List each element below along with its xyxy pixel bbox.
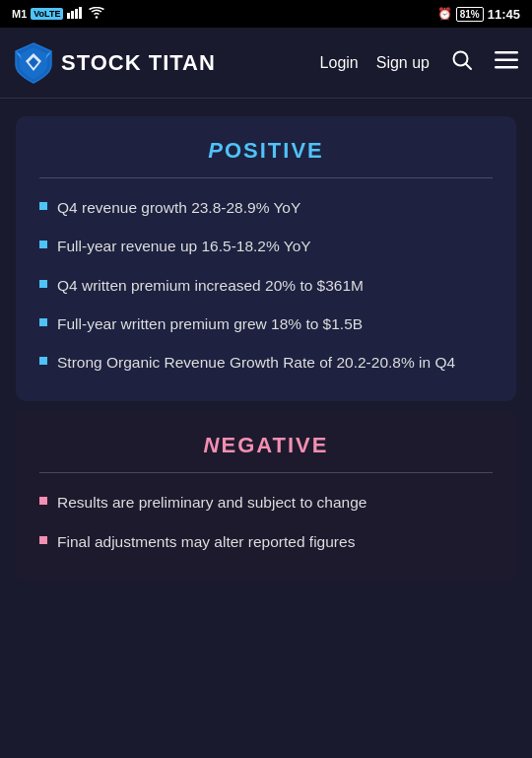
logo-area: STOCK TITAN <box>14 41 320 85</box>
list-item: Full-year written premium grew 18% to $1… <box>39 312 493 335</box>
svg-rect-9 <box>495 66 518 69</box>
svg-rect-8 <box>495 59 518 62</box>
list-item-text: Full-year written premium grew 18% to $1… <box>57 312 363 335</box>
logo-text: STOCK TITAN <box>61 50 216 76</box>
status-bar: M1 VoLTE ⏰ 81% 11:45 <box>0 0 532 28</box>
positive-section: PPositiveositive Q4 revenue growth 23.8-… <box>16 116 516 401</box>
list-item: Q4 written premium increased 20% to $361… <box>39 274 493 297</box>
svg-rect-1 <box>71 11 74 19</box>
bullet-icon <box>39 357 47 365</box>
negative-divider <box>39 472 493 473</box>
positive-title: PPositiveositive <box>39 138 493 164</box>
positive-list: Q4 revenue growth 23.8-28.9% YoY Full-ye… <box>39 196 493 374</box>
bullet-icon <box>39 318 47 326</box>
list-item: Results are preliminary and subject to c… <box>39 491 493 514</box>
volte-badge: VoLTE <box>31 8 63 20</box>
list-item-text: Final adjustments may alter reported fig… <box>57 530 355 553</box>
negative-title: Negative <box>39 433 493 458</box>
svg-rect-2 <box>75 9 78 19</box>
bullet-icon <box>39 202 47 210</box>
negative-list: Results are preliminary and subject to c… <box>39 491 493 553</box>
list-item-text: Q4 revenue growth 23.8-28.9% YoY <box>57 196 300 219</box>
nav-links: Login Sign up <box>320 49 518 76</box>
status-right: ⏰ 81% 11:45 <box>437 7 520 22</box>
signal-icon <box>67 7 85 21</box>
bullet-icon <box>39 497 47 505</box>
svg-rect-7 <box>495 51 518 54</box>
list-item: Q4 revenue growth 23.8-28.9% YoY <box>39 196 493 219</box>
signup-link[interactable]: Sign up <box>376 54 430 72</box>
bullet-icon <box>39 536 47 544</box>
carrier-label: M1 <box>12 8 27 20</box>
logo-icon <box>14 41 53 85</box>
menu-icon[interactable] <box>495 51 518 74</box>
svg-rect-0 <box>67 13 70 19</box>
wifi-icon <box>89 7 104 21</box>
list-item: Strong Organic Revenue Growth Rate of 20… <box>39 351 493 374</box>
list-item-text: Strong Organic Revenue Growth Rate of 20… <box>57 351 455 374</box>
list-item-text: Results are preliminary and subject to c… <box>57 491 366 514</box>
list-item-text: Full-year revenue up 16.5-18.2% YoY <box>57 235 311 257</box>
list-item: Final adjustments may alter reported fig… <box>39 530 493 553</box>
time-display: 11:45 <box>488 7 520 22</box>
bullet-icon <box>39 280 47 288</box>
svg-line-6 <box>466 64 472 70</box>
svg-point-4 <box>96 16 98 18</box>
status-left: M1 VoLTE <box>12 7 104 21</box>
list-item-text: Q4 written premium increased 20% to $361… <box>57 274 364 297</box>
bullet-icon <box>39 241 47 248</box>
positive-divider <box>39 177 493 178</box>
svg-rect-3 <box>79 7 82 19</box>
search-icon[interactable] <box>451 49 473 76</box>
navbar: STOCK TITAN Login Sign up <box>0 28 532 99</box>
alarm-icon: ⏰ <box>437 7 452 21</box>
battery-icon: 81% <box>456 7 484 22</box>
list-item: Full-year revenue up 16.5-18.2% YoY <box>39 235 493 257</box>
negative-section: Negative Results are preliminary and sub… <box>16 411 516 581</box>
login-link[interactable]: Login <box>320 54 359 72</box>
